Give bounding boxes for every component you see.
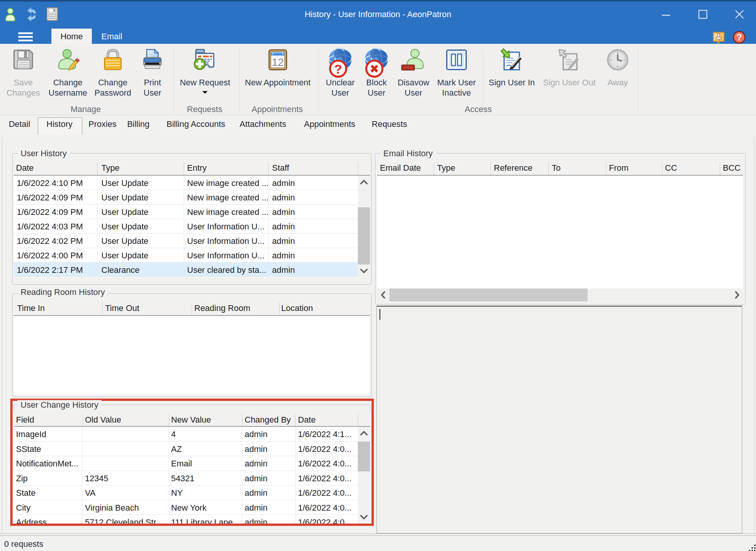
svg-text:?: ?: [737, 32, 742, 42]
svg-text:?: ?: [334, 62, 342, 76]
svg-text:12: 12: [272, 56, 284, 68]
